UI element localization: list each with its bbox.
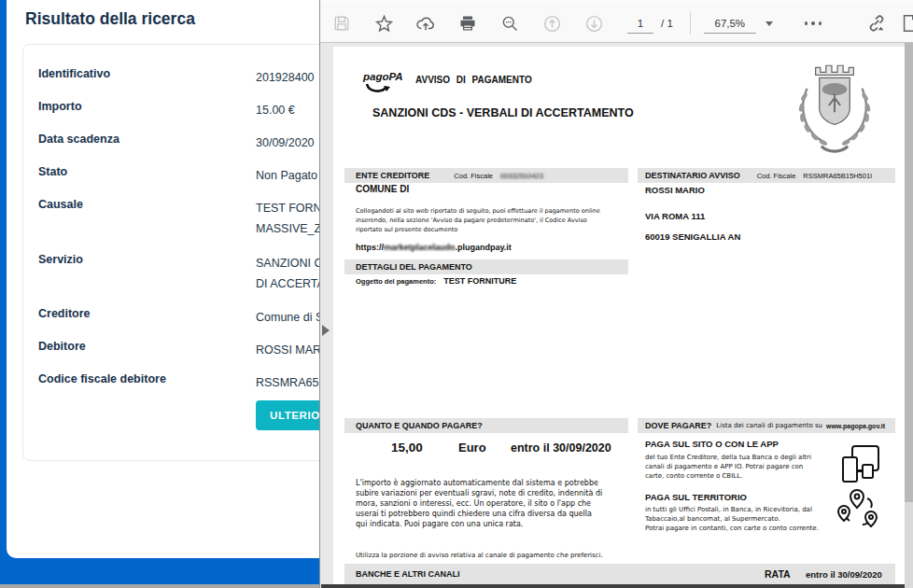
pdf-scrollbar-thumb[interactable]: [905, 43, 913, 502]
pdf-next-section-edge: [321, 584, 905, 588]
section-label: DETTAGLI DEL PAGAMENTO: [356, 262, 472, 272]
url-prefix: https://: [356, 243, 384, 252]
page-total-label: / 1: [661, 18, 673, 29]
destinatario-address: VIA ROMA 111: [645, 211, 705, 221]
page-title: Risultato della ricerca: [25, 9, 195, 29]
municipal-emblem: [787, 52, 882, 162]
save-icon[interactable]: [331, 13, 352, 34]
section-bar-banche: BANCHE E ALTRI CANALI RATA entro il 30/0…: [344, 564, 895, 584]
previous-page-icon[interactable]: [541, 13, 562, 34]
field-label: Stato: [38, 165, 256, 178]
zoom-level-input[interactable]: 67,5%: [704, 13, 756, 34]
oggetto-label: Oggetto del pagamento:: [356, 277, 436, 286]
section-bar-destinatario: DESTINATARIO AVVISO Cod. Fiscale RSSMRA6…: [638, 168, 895, 183]
screen: Risultato della ricerca Identificativo 2…: [0, 0, 913, 588]
ente-name: COMUNE DI: [356, 184, 409, 194]
section-bar-quanto: QUANTO E QUANDO PAGARE?: [344, 418, 628, 433]
section-label: DESTINATARIO AVVISO: [645, 171, 740, 180]
channel-note: Utilizza la porzione di avviso relativa …: [356, 551, 654, 560]
field-value: 30/09/2020: [256, 133, 315, 153]
dove-sub-label: Lista dei canali di pagamento su: [716, 422, 822, 429]
destinatario-city: 60019 SENIGALLIA AN: [645, 231, 740, 242]
sidebar-expand-icon[interactable]: [322, 325, 330, 336]
rata-label: RATA: [765, 568, 791, 580]
paga-sito-title: PAGA SUL SITO O CON LE APP: [645, 439, 779, 449]
due-date-label: entro il 30/09/2020: [511, 441, 611, 455]
field-value: 15.00 €: [256, 100, 295, 120]
section-label: QUANTO E QUANDO PAGARE?: [356, 421, 483, 430]
field-label: Debitore: [38, 340, 256, 353]
field-label: Servizio: [38, 253, 256, 266]
ente-cod-fiscale-value: 00332510423: [500, 172, 543, 180]
oggetto-row: Oggetto del pagamento: TEST FORNITURE: [356, 276, 516, 286]
cod-fiscale-label: Cod. Fiscale: [757, 172, 796, 180]
document-title: SANZIONI CDS - VERBALI DI ACCERTAMENTO: [372, 106, 634, 119]
page-number-input[interactable]: 1: [627, 13, 653, 34]
paga-territorio-body: in tutti gli Uffici Postali, in Banca, i…: [645, 505, 841, 533]
rata-due-date: entro il 30/09/2020: [806, 569, 882, 580]
map-pins-icon: [834, 485, 880, 536]
ente-instructions: Collegandoti al sito web riportato di se…: [356, 206, 636, 234]
amount-value: 15,00: [391, 441, 423, 455]
section-bar-ente-creditore: ENTE CREDITORE Cod. Fiscale 00332510423: [344, 168, 628, 183]
section-label: DOVE PAGARE?: [645, 421, 711, 430]
section-bar-dettagli: DETTAGLI DEL PAGAMENTO: [344, 259, 628, 274]
field-label: Identificativo: [38, 67, 256, 80]
toolbar-divider: [690, 12, 691, 35]
section-bar-dove: DOVE PAGARE? Lista dei canali di pagamen…: [638, 418, 895, 433]
next-page-icon[interactable]: [583, 13, 604, 34]
more-options-icon[interactable]: [805, 21, 822, 25]
pagopa-logo: pagoPA: [361, 67, 410, 103]
payment-url[interactable]: https://marketplacelaudo.plugandpay.it: [356, 243, 512, 252]
currency-label: Euro: [458, 441, 486, 455]
zoom-dropdown-caret-icon[interactable]: [766, 21, 773, 26]
field-label: Creditore: [38, 307, 256, 320]
pdf-page: pagoPA AVVISO DI PAGAMENTO SANZIONI CDS …: [333, 47, 906, 584]
destinatario-cod-fiscale-value: RSSMRA65B15H501I: [803, 172, 872, 180]
field-value: 201928400: [256, 67, 315, 88]
search-icon[interactable]: [499, 13, 520, 34]
section-label: ENTE CREDITORE: [356, 171, 429, 180]
field-value: Non Pagato: [256, 165, 317, 186]
print-icon[interactable]: [457, 13, 478, 34]
pdf-scrollbar[interactable]: [905, 43, 913, 588]
field-label: Importo: [38, 100, 256, 113]
pdf-viewer-window: 1 / 1 67,5%: [319, 0, 913, 588]
field-label: Data scadenza: [38, 133, 256, 146]
pdf-toolbar: 1 / 1 67,5%: [320, 5, 913, 43]
devices-icon: [839, 442, 882, 489]
paga-sito-body: del tuo Ente Creditore, della tua Banca …: [645, 453, 832, 481]
field-label: Causale: [38, 198, 256, 211]
url-suffix: .plugandpay.it: [456, 243, 512, 252]
svg-text:pagoPA: pagoPA: [362, 71, 403, 82]
signature-icon[interactable]: [900, 13, 913, 34]
destinatario-name: ROSSI MARIO: [645, 185, 705, 195]
oggetto-value: TEST FORNITURE: [443, 276, 516, 286]
pagopa-site-link[interactable]: www.pagopa.gov.it: [826, 423, 885, 429]
pdf-viewport[interactable]: pagoPA AVVISO DI PAGAMENTO SANZIONI CDS …: [320, 43, 913, 588]
paga-territorio-title: PAGA SUL TERRITORIO: [645, 492, 747, 502]
field-label: Codice fiscale debitore: [38, 372, 256, 385]
avviso-di-pagamento-label: AVVISO DI PAGAMENTO: [415, 75, 532, 85]
window-bottom-edge: [0, 584, 319, 588]
section-label: BANCHE E ALTRI CANALI: [356, 569, 460, 579]
amount-disclaimer: L'importo è aggiornato automaticamente d…: [356, 478, 636, 529]
share-link-icon[interactable]: [866, 13, 887, 34]
bookmark-star-icon[interactable]: [373, 13, 394, 34]
cod-fiscale-label: Cod. Fiscale: [454, 172, 493, 180]
url-masked-part: marketplacelaudo: [384, 243, 456, 252]
cloud-upload-icon[interactable]: [415, 13, 436, 34]
